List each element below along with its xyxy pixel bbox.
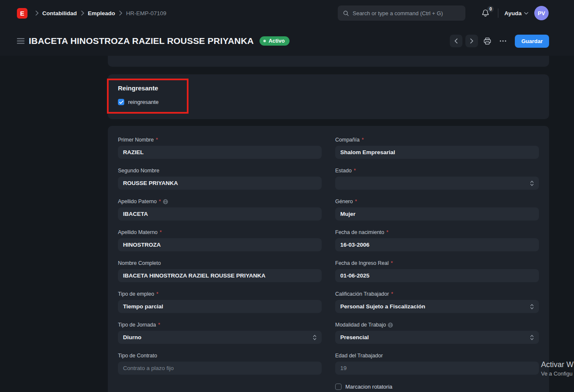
- save-button[interactable]: Guardar: [515, 35, 549, 48]
- segundo-nombre-input[interactable]: ROUSSE PRIYANKA: [118, 177, 322, 190]
- field-primer-nombre: Primer Nombre * RAZIEL: [118, 137, 322, 159]
- select-chevrons-icon: [530, 304, 534, 310]
- required-marker: *: [354, 168, 356, 174]
- field-value: IBACETA HINOSTROZA RAZIEL ROUSSE PRIYANK…: [123, 272, 317, 279]
- red-annotation-rectangle: [107, 79, 189, 114]
- search-icon: [343, 10, 349, 16]
- required-marker: *: [159, 199, 161, 204]
- chevron-right-icon: [81, 11, 84, 16]
- chevron-down-icon: [524, 12, 528, 15]
- apellido-materno-input[interactable]: HINOSTROZA: [118, 238, 322, 251]
- print-button[interactable]: [481, 35, 494, 47]
- ellipsis-icon: [500, 40, 506, 42]
- form-content: Reingresante reingresante Primer Nombre …: [0, 56, 574, 392]
- page-header: IBACETA HINOSTROZA RAZIEL ROUSSE PRIYANK…: [0, 26, 574, 56]
- field-value: Mujer: [340, 211, 534, 217]
- field-value: Personal Sujeto a Fiscalización: [340, 303, 527, 310]
- field-value: IBACETA: [123, 211, 317, 217]
- help-menu[interactable]: Ayuda: [504, 10, 528, 16]
- required-marker: *: [391, 291, 393, 297]
- previous-document-button[interactable]: [450, 35, 462, 47]
- estado-select[interactable]: [335, 177, 539, 190]
- page-actions: Guardar: [450, 35, 549, 48]
- nombre-completo-input[interactable]: IBACETA HINOSTROZA RAZIEL ROUSSE PRIYANK…: [118, 269, 322, 282]
- field-value: Tiempo parcial: [123, 303, 317, 310]
- fecha-de-nacimiento-input[interactable]: 16-03-2006: [335, 238, 539, 251]
- field-label: Modalidad de Trabajo: [335, 322, 386, 328]
- more-options-button[interactable]: [497, 35, 509, 47]
- modalidad-de-trabajo-select[interactable]: Presencial: [335, 331, 539, 344]
- field-estado: Estado *: [335, 168, 539, 190]
- required-marker: *: [156, 137, 158, 143]
- tipo-de-jornada-select[interactable]: Diurno: [118, 331, 322, 344]
- notifications-button[interactable]: 0: [479, 7, 492, 19]
- genero-input[interactable]: Mujer: [335, 207, 539, 220]
- reingresante-checkbox-label: reingresante: [128, 99, 159, 105]
- previous-section-card: [108, 56, 549, 67]
- status-badge: Activo: [260, 36, 289, 46]
- top-navbar: E Contabilidad Empleado HR-EMP-07109: [0, 0, 574, 26]
- section-heading: Reingresante: [118, 84, 539, 92]
- field-apellido-paterno: Apellido Paterno * IBACETA: [118, 199, 322, 220]
- field-label: Tipo de Contrato: [118, 353, 157, 359]
- field-label: Apellido Materno: [118, 229, 158, 235]
- breadcrumb-item-document-id: HR-EMP-07109: [126, 10, 166, 16]
- marcacion-rotatoria-checkbox-row[interactable]: Marcacion rotatoria: [335, 384, 539, 390]
- breadcrumb-item-contabilidad[interactable]: Contabilidad: [42, 10, 77, 16]
- marcacion-rotatoria-label: Marcacion rotatoria: [345, 384, 392, 390]
- next-document-button[interactable]: [465, 35, 478, 47]
- field-label: Compañía: [335, 137, 360, 143]
- field-label: Calificación Trabajador: [335, 291, 389, 297]
- field-label: Tipo de Jornada: [118, 322, 156, 328]
- field-value: 01-06-2025: [340, 272, 534, 279]
- field-label: Estado: [335, 168, 352, 174]
- reingresante-checkbox-row[interactable]: reingresante: [118, 99, 539, 105]
- compania-input[interactable]: Shalom Empresarial: [335, 146, 539, 159]
- field-genero: Género * Mujer: [335, 199, 539, 220]
- calificacion-trabajador-select[interactable]: Personal Sujeto a Fiscalización: [335, 300, 539, 313]
- field-label: Fecha de nacimiento: [335, 229, 384, 235]
- field-label: Género: [335, 199, 353, 204]
- field-tipo-de-jornada: Tipo de Jornada * Diurno: [118, 322, 322, 344]
- tipo-de-empleo-input[interactable]: Tiempo parcial: [118, 300, 322, 313]
- required-marker: *: [355, 199, 357, 204]
- select-chevrons-icon: [530, 335, 534, 340]
- field-edad-del-trabajador: Edad del Trabajador 19: [335, 353, 539, 375]
- field-label: Edad del Trabajador: [335, 353, 383, 359]
- field-label: Apellido Paterno: [118, 199, 157, 204]
- tipo-de-contrato-input[interactable]: Contrato a plazo fijo: [118, 362, 322, 375]
- required-marker: *: [160, 229, 162, 235]
- chevron-right-icon: [35, 11, 38, 16]
- status-dot-icon: [263, 40, 266, 42]
- reingresante-checkbox[interactable]: [118, 99, 124, 105]
- breadcrumb-item-empleado[interactable]: Empleado: [88, 10, 115, 16]
- app-logo-letter: E: [20, 10, 24, 17]
- field-label: Segundo Nombre: [118, 168, 159, 174]
- app-logo-icon[interactable]: E: [17, 8, 27, 19]
- form-left-column: Primer Nombre * RAZIEL Segundo Nombre RO…: [118, 137, 322, 390]
- field-value: ROUSSE PRIYANKA: [123, 180, 317, 186]
- marcacion-rotatoria-checkbox[interactable]: [335, 384, 342, 390]
- checkmark-icon: [119, 101, 123, 104]
- field-value: RAZIEL: [123, 149, 317, 155]
- edad-del-trabajador-input: 19: [335, 362, 539, 375]
- field-fecha-de-nacimiento: Fecha de nacimiento * 16-03-2006: [335, 229, 539, 251]
- required-marker: *: [362, 137, 364, 143]
- field-label: Fecha de Ingreso Real: [335, 260, 388, 266]
- fecha-de-ingreso-real-input[interactable]: 01-06-2025: [335, 269, 539, 282]
- globe-icon: [388, 322, 393, 328]
- chevron-right-icon: [119, 11, 122, 16]
- field-nombre-completo: Nombre Completo IBACETA HINOSTROZA RAZIE…: [118, 260, 322, 282]
- global-search[interactable]: [338, 5, 465, 21]
- apellido-paterno-input[interactable]: IBACETA: [118, 207, 322, 220]
- field-value: 16-03-2006: [340, 242, 534, 248]
- help-menu-label: Ayuda: [504, 10, 522, 16]
- search-input[interactable]: [353, 10, 460, 16]
- breadcrumb: Contabilidad Empleado HR-EMP-07109: [35, 10, 167, 16]
- user-avatar[interactable]: PV: [534, 6, 549, 20]
- sidebar-toggle-icon[interactable]: [17, 38, 25, 44]
- field-value: HINOSTROZA: [123, 242, 317, 248]
- navbar-divider: [498, 8, 498, 18]
- field-value: Presencial: [340, 334, 527, 340]
- primer-nombre-input[interactable]: RAZIEL: [118, 146, 322, 159]
